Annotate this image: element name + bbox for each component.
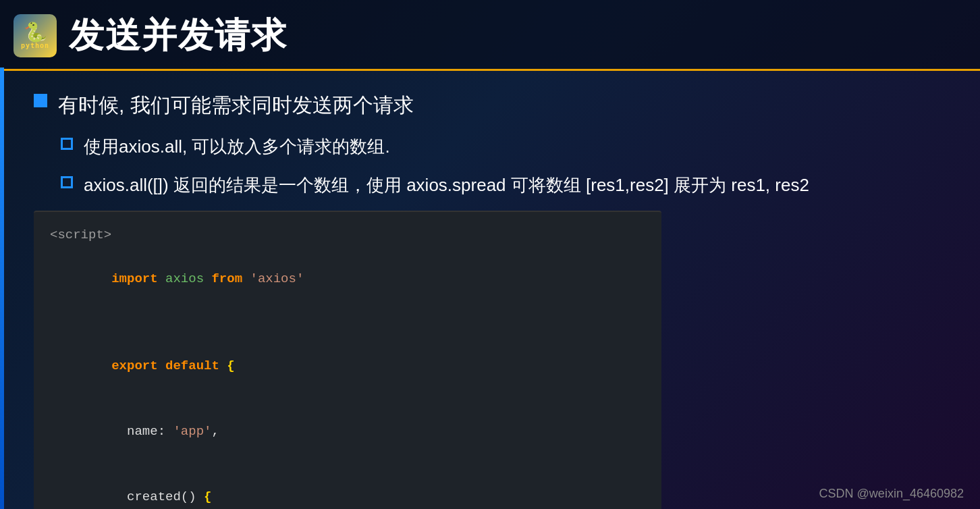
- watermark-text: CSDN @weixin_46460982: [819, 487, 964, 500]
- code-line-blank: [50, 311, 645, 333]
- code-partial-top: <script>: [50, 224, 645, 246]
- python-logo: 🐍 python: [13, 14, 57, 57]
- header: 🐍 python 发送并发请求: [0, 0, 980, 71]
- secondary-bullet-text-2: axios.all([]) 返回的结果是一个数组，使用 axios.spread…: [84, 172, 809, 198]
- code-line-created: created() {: [50, 464, 645, 509]
- python-logo-icon: 🐍: [24, 23, 47, 42]
- primary-bullet-text: 有时候, 我们可能需求同时发送两个请求: [58, 90, 414, 120]
- code-line-export: export default {: [50, 333, 645, 398]
- secondary-bullet-marker-1: [61, 138, 73, 150]
- code-line-name: name: 'app',: [50, 398, 645, 464]
- code-line-1: import axios from 'axios': [50, 246, 645, 311]
- bullet-secondary-1: 使用axios.all, 可以放入多个请求的数组.: [61, 134, 946, 160]
- python-logo-label: python: [21, 42, 49, 49]
- left-accent-bar: [0, 68, 4, 509]
- watermark: CSDN @weixin_46460982: [819, 487, 964, 501]
- main-content: 有时候, 我们可能需求同时发送两个请求 使用axios.all, 可以放入多个请…: [0, 71, 980, 509]
- primary-bullet-marker: [34, 94, 47, 107]
- code-block: <script> import axios from 'axios' expor…: [34, 211, 661, 509]
- secondary-bullet-marker-2: [61, 176, 73, 188]
- secondary-bullet-text-1: 使用axios.all, 可以放入多个请求的数组.: [84, 134, 390, 160]
- bullet-primary: 有时候, 我们可能需求同时发送两个请求: [34, 90, 946, 120]
- slide-container: 🐍 python 发送并发请求 有时候, 我们可能需求同时发送两个请求 使用ax…: [0, 0, 980, 509]
- page-title: 发送并发请求: [69, 12, 288, 59]
- bullet-secondary-2: axios.all([]) 返回的结果是一个数组，使用 axios.spread…: [61, 172, 946, 198]
